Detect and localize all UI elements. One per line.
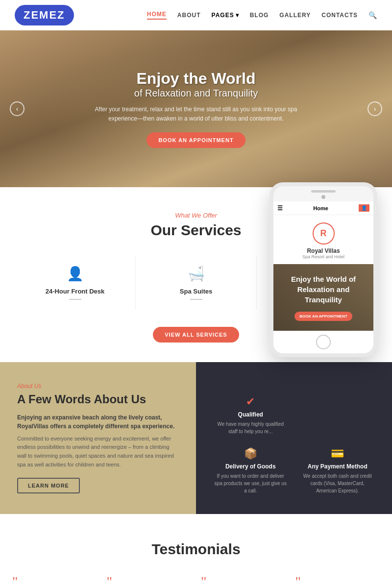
phone-screen: ☰ Home 👤 R Royal Villas Spa Resort and H… — [273, 201, 373, 353]
spa-name: Spa Suites — [143, 288, 249, 295]
frontdesk-name: 24-Hour Front Desk — [22, 288, 128, 295]
about-desc-main: Enjoying an expansive beach along the li… — [17, 413, 179, 431]
hero-prev-button[interactable]: ‹ — [10, 101, 24, 116]
phone-logo-area: R Royal Villas Spa Resort and Hotel — [273, 215, 373, 264]
hero-title-main: Enjoy the World — [93, 70, 299, 88]
phone-nav-label: Home — [313, 205, 328, 211]
frontdesk-icon: 👤 — [22, 266, 128, 282]
testimonials-title: Testimonials — [12, 541, 380, 558]
quote-icon-2: " — [201, 575, 286, 588]
qualified-name: Qualified — [213, 411, 288, 418]
payment-desc: We accept both cash and credit cards (Vi… — [300, 472, 375, 494]
about-label: About Us — [17, 383, 179, 390]
hero-description: After your treatment, relax and let the … — [93, 105, 299, 123]
testimonial-item-2: " I came here with my wife. It was such … — [201, 575, 286, 588]
features-section: ✔ Qualified We have many highly qualifie… — [196, 362, 392, 514]
payment-name: Any Payment Method — [300, 463, 375, 470]
phone-logo-circle: R — [313, 222, 335, 245]
qualified-desc: We have many highly qualified staff to h… — [213, 420, 288, 435]
services-section: What We Offer Our Services 👤 24-Hour Fro… — [0, 187, 392, 362]
search-icon[interactable]: 🔍 — [368, 11, 377, 19]
qualified-icon: ✔ — [213, 395, 288, 408]
phone-mockup: ☰ Home 👤 R Royal Villas Spa Resort and H… — [270, 182, 377, 357]
about-section: About Us A Few Words About Us Enjoying a… — [0, 362, 196, 514]
service-divider — [69, 299, 81, 300]
about-features-section: About Us A Few Words About Us Enjoying a… — [0, 362, 392, 514]
testimonial-item-0: " No better way to rediscover the joy in… — [12, 575, 97, 588]
phone-nav-bar: ☰ Home 👤 — [273, 201, 373, 215]
phone-hero-title: Enjoy the World of Relaxation and Tranqu… — [279, 274, 368, 305]
about-desc-sub: Committed to everyone seeking energy and… — [17, 435, 179, 469]
header: ZEMEZ HOME ABOUT PAGES ▾ BLOG GALLERY CO… — [0, 0, 392, 30]
chevron-down-icon: ▾ — [236, 12, 239, 19]
about-title: A Few Words About Us — [17, 392, 179, 406]
testimonial-item-3: " The minute you walk out of the airport… — [295, 575, 380, 588]
feature-delivery: 📦 Delivery of Goods If you want to order… — [213, 447, 288, 494]
nav-contacts[interactable]: CONTACTS — [321, 12, 358, 19]
hero-content: Enjoy the World of Relaxation and Tranqu… — [93, 70, 299, 148]
spa-icon: 🛁 — [143, 266, 249, 282]
learn-more-button[interactable]: LEARN MORE — [17, 478, 80, 493]
payment-icon: 💳 — [300, 447, 375, 460]
hero-cta-button[interactable]: BOOK AN APPOINTMENT — [147, 132, 245, 148]
quote-icon-0: " — [12, 575, 97, 588]
phone-camera — [321, 195, 325, 199]
phone-home-button[interactable] — [316, 335, 331, 349]
phone-hero-area: Enjoy the World of Relaxation and Tranqu… — [273, 264, 373, 331]
phone-user-icon: 👤 — [359, 204, 369, 212]
delivery-icon: 📦 — [213, 447, 288, 460]
feature-qualified: ✔ Qualified We have many highly qualifie… — [213, 395, 288, 435]
nav-pages[interactable]: PAGES ▾ — [212, 12, 239, 19]
service-item-spa: 🛁 Spa Suites — [136, 256, 257, 310]
nav-blog[interactable]: BLOG — [250, 12, 269, 19]
phone-menu-icon: ☰ — [277, 205, 283, 212]
phone-mockup-container: ☰ Home 👤 R Royal Villas Spa Resort and H… — [270, 182, 377, 357]
view-all-services-button[interactable]: VIEW ALL SERVICES — [153, 327, 239, 343]
testimonials-grid: " No better way to rediscover the joy in… — [12, 575, 380, 588]
feature-payment: 💳 Any Payment Method We accept both cash… — [300, 447, 375, 494]
hero-next-button[interactable]: › — [368, 101, 382, 116]
nav-about[interactable]: ABOUT — [177, 12, 201, 19]
nav-home[interactable]: HOME — [147, 11, 167, 20]
testimonials-section: Testimonials " No better way to rediscov… — [0, 514, 392, 588]
hero-title-sub: of Relaxation and Tranquility — [93, 88, 299, 99]
phone-brand-name: Royal Villas — [278, 247, 368, 254]
navigation: HOME ABOUT PAGES ▾ BLOG GALLERY CONTACTS… — [147, 11, 377, 20]
testimonial-item-1: " Got a RoyalVillas certificate as a gif… — [107, 575, 192, 588]
phone-brand-sub: Spa Resort and Hotel — [278, 254, 368, 259]
service-item-frontdesk: 👤 24-Hour Front Desk — [15, 256, 136, 310]
delivery-desc: If you want to order and deliver spa pro… — [213, 472, 288, 494]
nav-gallery[interactable]: GALLERY — [279, 12, 311, 19]
quote-icon-1: " — [107, 575, 192, 588]
features-grid: ✔ Qualified We have many highly qualifie… — [213, 395, 375, 494]
delivery-name: Delivery of Goods — [213, 463, 288, 470]
logo[interactable]: ZEMEZ — [15, 5, 74, 25]
phone-speaker — [311, 190, 336, 193]
service-divider — [190, 299, 202, 300]
quote-icon-3: " — [295, 575, 380, 588]
hero-section: ‹ Enjoy the World of Relaxation and Tran… — [0, 30, 392, 187]
phone-cta-button[interactable]: BOOK AN APPOINTMENT — [294, 312, 352, 321]
